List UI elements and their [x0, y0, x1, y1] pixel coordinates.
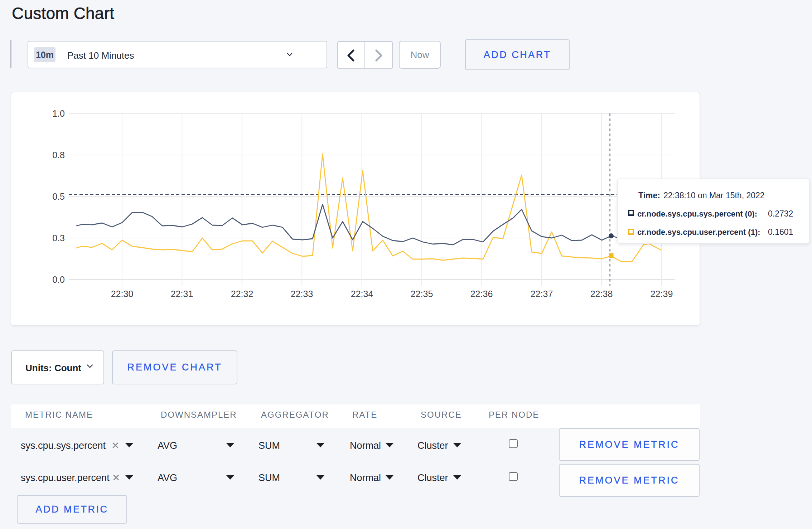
svg-text:22:32: 22:32	[231, 289, 253, 299]
svg-text:22:34: 22:34	[351, 289, 373, 299]
svg-text:22:39: 22:39	[651, 289, 673, 299]
svg-text:22:38: 22:38	[590, 289, 613, 299]
svg-text:0.8: 0.8	[52, 150, 65, 160]
svg-text:0.5: 0.5	[52, 191, 65, 202]
svg-text:22:33: 22:33	[291, 289, 313, 299]
svg-text:22:30: 22:30	[111, 289, 134, 299]
svg-text:22:37: 22:37	[531, 289, 553, 299]
svg-text:0.0: 0.0	[52, 275, 65, 285]
svg-text:22:36: 22:36	[470, 289, 493, 299]
svg-text:1.0: 1.0	[52, 108, 65, 118]
svg-text:0.3: 0.3	[52, 233, 65, 243]
svg-text:22:31: 22:31	[171, 289, 193, 299]
svg-text:22:35: 22:35	[411, 289, 433, 299]
